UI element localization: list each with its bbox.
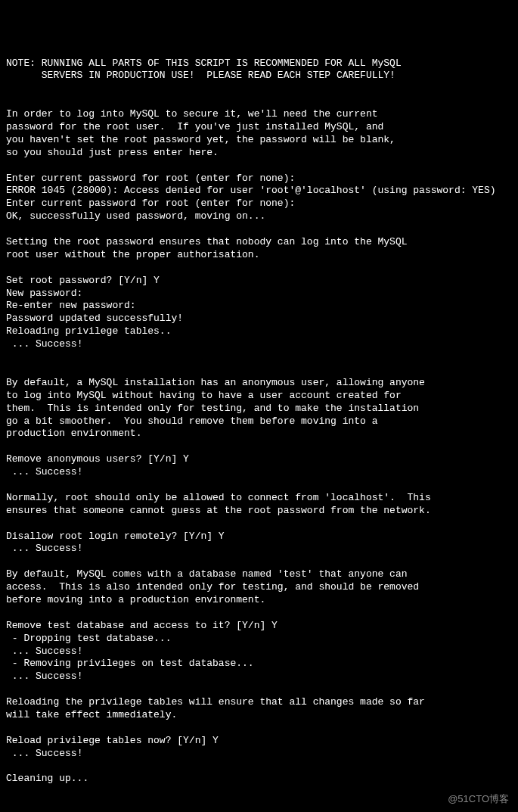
watermark-text: @51CTO博客 [448, 793, 509, 806]
terminal-output: NOTE: RUNNING ALL PARTS OF THIS SCRIPT I… [6, 58, 512, 812]
